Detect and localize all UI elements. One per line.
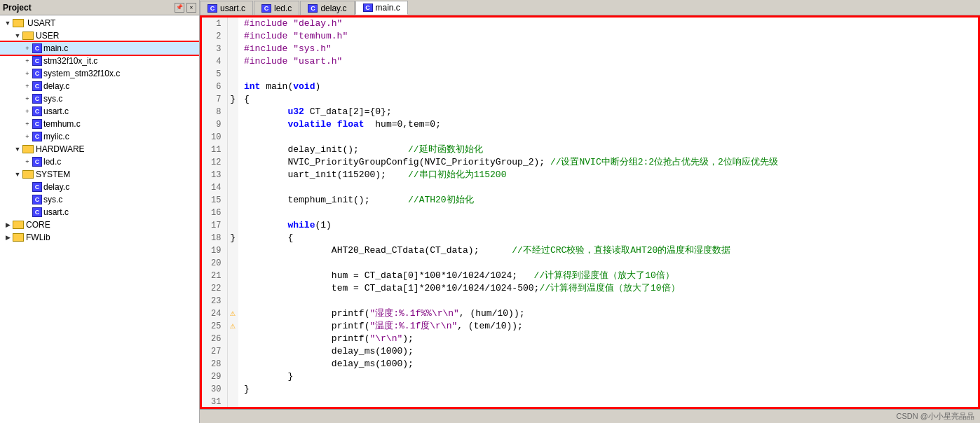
code-content[interactable]	[238, 295, 978, 307]
tree-item-sys-c-sys[interactable]: + C sys.c	[0, 193, 199, 206]
line-marker	[227, 257, 238, 270]
tree-item-delay-c-user[interactable]: + C delay.c	[0, 80, 199, 92]
line-marker	[227, 68, 238, 81]
table-row: 5	[202, 68, 978, 81]
code-content[interactable]	[238, 131, 978, 144]
code-content[interactable]: temphum_init(); //ATH20初始化	[238, 194, 978, 207]
code-content[interactable]	[238, 257, 978, 270]
code-content[interactable]: delay_init(); //延时函数初始化	[238, 144, 978, 156]
tab-led-c[interactable]: C led.c	[254, 1, 299, 15]
code-content[interactable]	[238, 207, 978, 219]
panel-pin-button[interactable]: 📌	[175, 3, 184, 13]
code-content[interactable]: int main(void)	[238, 81, 978, 93]
expand-icon-myiic: +	[22, 132, 32, 141]
code-content[interactable]: {	[238, 232, 978, 244]
table-row: 26 printf("\r\n");	[202, 333, 978, 345]
line-number: 22	[202, 282, 227, 295]
line-number: 8	[202, 106, 227, 118]
tree-item-hardware[interactable]: ▼ HARDWARE	[0, 143, 199, 155]
code-content[interactable]: }	[238, 370, 978, 383]
code-content[interactable]: printf("\r\n");	[238, 333, 978, 345]
code-content[interactable]: printf("湿度:%.1f%%\r\n", (hum/10));	[238, 307, 978, 320]
code-content[interactable]: volatile float hum=0,tem=0;	[238, 118, 978, 131]
code-content[interactable]: while(1)	[238, 219, 978, 232]
code-content[interactable]: {	[238, 93, 978, 106]
panel-close-button[interactable]: ✕	[186, 3, 196, 13]
line-number: 24	[202, 307, 227, 320]
tree-item-temhum-c[interactable]: + C temhum.c	[0, 118, 199, 130]
table-row: 3 #include "sys.h"	[202, 43, 978, 55]
line-marker	[227, 370, 238, 383]
tree-label-usart: USART	[27, 18, 55, 28]
line-number: 10	[202, 131, 227, 144]
code-content[interactable]: AHT20_Read_CTdata(CT_data); //不经过CRC校验，直…	[238, 244, 978, 257]
line-number: 31	[202, 396, 227, 408]
tab-usart-c[interactable]: C usart.c	[200, 1, 253, 15]
file-icon-delay-sys: C	[32, 182, 42, 192]
code-content[interactable]	[238, 68, 978, 81]
expand-icon-usart: ▼	[3, 18, 13, 28]
line-number: 11	[202, 144, 227, 156]
tree-item-core[interactable]: ▶ CORE	[0, 219, 199, 231]
expand-icon-led: +	[22, 157, 32, 167]
attribution-text: CSDN @小小星亮晶晶	[897, 411, 974, 422]
tree-item-myiic-c[interactable]: + C myiic.c	[0, 130, 199, 143]
tree-item-usart-c-sys[interactable]: + C usart.c	[0, 206, 199, 219]
line-marker	[227, 207, 238, 219]
tab-main-c[interactable]: C main.c	[355, 1, 408, 15]
line-marker	[227, 244, 238, 257]
file-icon-usart-sys: C	[32, 207, 42, 217]
line-number: 16	[202, 207, 227, 219]
expand-icon-sys-user: +	[22, 94, 32, 104]
line-marker	[227, 396, 238, 408]
code-content[interactable]: #include "delay.h"	[238, 18, 978, 30]
code-content[interactable]	[238, 396, 978, 408]
code-content[interactable]: u32 CT_data[2]={0};	[238, 106, 978, 118]
tree-item-fwlib[interactable]: ▶ FWLib	[0, 231, 199, 244]
line-marker: ⚠	[227, 320, 238, 333]
tree-item-stm32f10x-it[interactable]: + C stm32f10x_it.c	[0, 55, 199, 67]
line-marker	[227, 333, 238, 345]
code-editor[interactable]: 1 #include "delay.h" 2 #include "temhum.…	[200, 15, 980, 409]
code-content[interactable]: hum = CT_data[0]*100*10/1024/1024; //计算得…	[238, 270, 978, 282]
table-row: 25 ⚠ printf("温度:%.1f度\r\n", (tem/10));	[202, 320, 978, 333]
tree-item-delay-c-sys[interactable]: + C delay.c	[0, 181, 199, 193]
file-icon-sys-user: C	[32, 94, 42, 104]
tree-item-usart-c-user[interactable]: + C usart.c	[0, 105, 199, 118]
line-marker	[227, 55, 238, 68]
code-content[interactable]: NVIC_PriorityGroupConfig(NVIC_PriorityGr…	[238, 156, 978, 169]
code-content[interactable]	[238, 181, 978, 194]
table-row: 7 } {	[202, 93, 978, 106]
code-content[interactable]	[238, 408, 978, 409]
tree-item-sys-c-user[interactable]: + C sys.c	[0, 92, 199, 105]
line-marker	[227, 118, 238, 131]
tree-item-user[interactable]: ▼ USER	[0, 29, 199, 42]
code-content[interactable]: delay_ms(1000);	[238, 345, 978, 358]
expand-icon-delay-user: +	[22, 81, 32, 91]
line-number: 32	[202, 408, 227, 409]
tree-item-led-c[interactable]: + C led.c	[0, 155, 199, 168]
tree-item-usart[interactable]: ▼ USART	[0, 17, 199, 29]
project-tree: ▼ USART ▼ USER + C main.c	[0, 15, 199, 423]
code-content[interactable]: tem = CT_data[1]*200*10/1024/1024-500;//…	[238, 282, 978, 295]
code-content[interactable]: #include "temhum.h"	[238, 30, 978, 43]
tree-label-hardware: HARDWARE	[36, 144, 85, 154]
code-content[interactable]: #include "sys.h"	[238, 43, 978, 55]
table-row: 15 temphum_init(); //ATH20初始化	[202, 194, 978, 207]
tree-label-delay-user: delay.c	[43, 81, 69, 91]
tree-item-system[interactable]: ▼ SYSTEM	[0, 168, 199, 181]
table-row: 30 }	[202, 383, 978, 396]
tree-label-user: USER	[36, 31, 59, 41]
code-content[interactable]: delay_ms(1000);	[238, 358, 978, 370]
expand-icon-main-c: +	[22, 43, 32, 53]
tab-delay-c[interactable]: C delay.c	[300, 1, 354, 15]
table-row: 28 delay_ms(1000);	[202, 358, 978, 370]
code-content[interactable]: }	[238, 383, 978, 396]
tree-item-system-stm32[interactable]: + C system_stm32f10x.c	[0, 67, 199, 80]
code-content[interactable]: #include "usart.h"	[238, 55, 978, 68]
line-marker	[227, 169, 238, 181]
code-content[interactable]: printf("温度:%.1f度\r\n", (tem/10));	[238, 320, 978, 333]
tree-item-main-c[interactable]: + C main.c	[0, 42, 199, 55]
code-content[interactable]: uart_init(115200); //串口初始化为115200	[238, 169, 978, 181]
tab-label-main: main.c	[376, 3, 400, 13]
